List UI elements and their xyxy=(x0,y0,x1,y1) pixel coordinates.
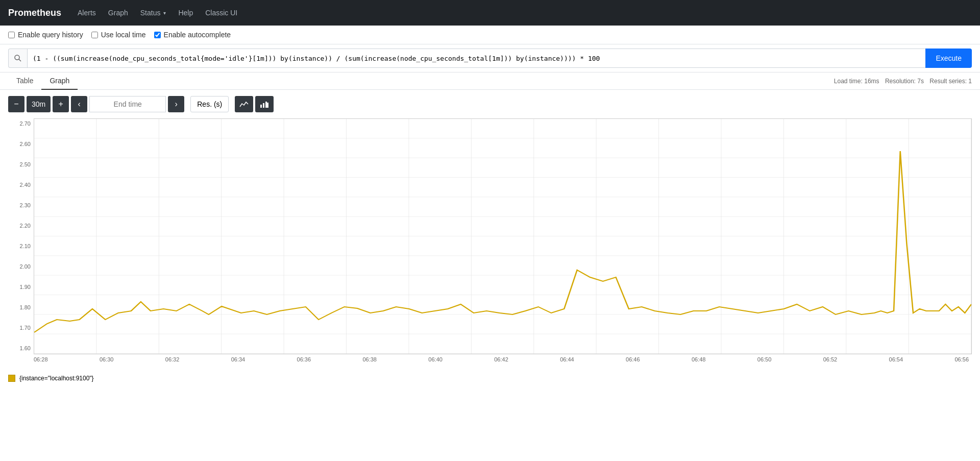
legend-series-label: {instance="localhost:9100"} xyxy=(19,375,94,382)
use-local-time-checkbox[interactable] xyxy=(91,32,98,38)
y-label: 1.60 xyxy=(8,345,34,351)
prev-time-button[interactable]: ‹ xyxy=(71,96,87,112)
y-label: 2.30 xyxy=(8,202,34,208)
status-dropdown[interactable]: Status ▾ xyxy=(140,9,166,17)
navbar: Prometheus Alerts Graph Status ▾ Help Cl… xyxy=(0,0,980,26)
y-label: 2.40 xyxy=(8,182,34,188)
load-info: Load time: 16ms Resolution: 7s Result se… xyxy=(830,78,972,85)
query-bar: Execute xyxy=(0,44,980,72)
execute-button[interactable]: Execute xyxy=(925,48,972,68)
x-label: 06:52 xyxy=(823,356,841,362)
y-label: 2.70 xyxy=(8,120,34,127)
x-label: 06:44 xyxy=(560,356,577,362)
svg-point-0 xyxy=(15,55,19,60)
x-label: 06:30 xyxy=(100,356,117,362)
tabs-row: Table Graph Load time: 16ms Resolution: … xyxy=(0,72,980,90)
chevron-down-icon: ▾ xyxy=(163,10,166,16)
enable-query-history-label[interactable]: Enable query history xyxy=(8,31,83,39)
x-label: 06:56 xyxy=(954,356,972,362)
svg-line-1 xyxy=(19,59,21,61)
options-bar: Enable query history Use local time Enab… xyxy=(0,26,980,44)
x-label: 06:46 xyxy=(626,356,643,362)
y-label: 2.60 xyxy=(8,141,34,147)
legend-color-swatch xyxy=(8,375,15,382)
end-time-input[interactable] xyxy=(89,96,166,112)
enable-autocomplete-checkbox[interactable] xyxy=(154,32,161,38)
y-label: 2.00 xyxy=(8,263,34,270)
svg-rect-10 xyxy=(34,119,971,354)
enable-query-history-checkbox[interactable] xyxy=(8,32,15,38)
help-link[interactable]: Help xyxy=(178,7,193,19)
x-label: 06:40 xyxy=(428,356,446,362)
svg-rect-3 xyxy=(263,103,264,108)
load-time: Load time: 16ms xyxy=(834,78,879,85)
resolution-button[interactable]: Res. (s) xyxy=(190,96,229,112)
graph-link[interactable]: Graph xyxy=(108,7,128,19)
x-label: 06:28 xyxy=(34,356,51,362)
x-label: 06:54 xyxy=(889,356,906,362)
x-label: 06:48 xyxy=(692,356,709,362)
next-time-button[interactable]: › xyxy=(168,96,184,112)
y-label: 2.10 xyxy=(8,243,34,249)
x-label: 06:38 xyxy=(362,356,380,362)
brand: Prometheus xyxy=(8,8,61,18)
alerts-link[interactable]: Alerts xyxy=(78,7,96,19)
tab-table[interactable]: Table xyxy=(8,72,41,90)
svg-rect-2 xyxy=(260,105,262,108)
query-input[interactable] xyxy=(27,48,925,68)
zoom-out-button[interactable]: − xyxy=(8,96,24,112)
x-label: 06:42 xyxy=(494,356,511,362)
legend: {instance="localhost:9100"} xyxy=(0,371,980,386)
chart-svg xyxy=(34,119,971,354)
x-label: 06:50 xyxy=(757,356,775,362)
graph-controls: − 30m + ‹ › Res. (s) xyxy=(0,90,980,118)
y-label: 1.80 xyxy=(8,304,34,310)
tab-graph[interactable]: Graph xyxy=(41,72,78,90)
classic-ui-link[interactable]: Classic UI xyxy=(205,7,237,19)
resolution: Resolution: 7s xyxy=(885,78,924,85)
x-label: 06:32 xyxy=(165,356,183,362)
enable-autocomplete-label[interactable]: Enable autocomplete xyxy=(154,31,231,39)
zoom-in-button[interactable]: + xyxy=(53,96,69,112)
stacked-chart-icon-button[interactable] xyxy=(255,96,274,112)
use-local-time-label[interactable]: Use local time xyxy=(91,31,146,39)
y-label: 2.50 xyxy=(8,161,34,167)
line-chart-icon-button[interactable] xyxy=(235,96,253,112)
x-label: 06:36 xyxy=(297,356,314,362)
y-label: 1.70 xyxy=(8,325,34,331)
svg-rect-4 xyxy=(265,102,267,108)
y-label: 1.90 xyxy=(8,284,34,290)
x-label: 06:34 xyxy=(231,356,249,362)
search-icon xyxy=(8,48,27,68)
duration-display: 30m xyxy=(27,96,51,112)
svg-rect-5 xyxy=(267,103,268,108)
chart-container: 2.70 2.60 2.50 2.40 2.30 2.20 2.10 2.00 … xyxy=(0,118,980,371)
y-label: 2.20 xyxy=(8,223,34,229)
result-series: Result series: 1 xyxy=(929,78,972,85)
